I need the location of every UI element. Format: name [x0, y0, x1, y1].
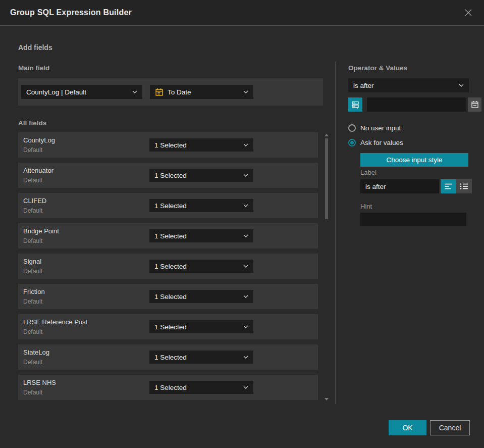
label-input[interactable] — [360, 179, 439, 193]
calendar-icon — [471, 101, 479, 109]
field-sublabel: Default — [23, 237, 42, 244]
scrollbar-thumb[interactable] — [325, 138, 328, 219]
field-row: LRSE Reference PostDefault1 Selected — [18, 314, 318, 339]
hint-field-label: Hint — [360, 203, 372, 210]
field-selected-value: 1 Selected — [154, 202, 243, 210]
date-picker-button[interactable] — [468, 97, 481, 112]
field-sublabel: Default — [23, 207, 42, 214]
dialog-title: Group SQL Expression Builder — [10, 8, 132, 17]
chevron-down-icon — [243, 143, 248, 146]
stacked-values-icon — [351, 101, 359, 109]
field-sublabel: Default — [23, 359, 42, 366]
chevron-down-icon — [243, 325, 248, 328]
field-name: LRSE NHS — [23, 379, 56, 386]
label-entry-row — [360, 179, 472, 193]
radio-no-user-input[interactable]: No user input — [348, 124, 401, 132]
operator-values-heading: Operator & Values — [348, 64, 407, 72]
field-name: Attenuator — [23, 167, 53, 174]
field-selected-dropdown[interactable]: 1 Selected — [149, 351, 253, 364]
field-name: StateLog — [23, 349, 49, 356]
chevron-down-icon — [243, 174, 248, 177]
field-name: Bridge Point — [23, 227, 59, 235]
field-name: CLIFED — [23, 197, 46, 205]
field-selected-value: 1 Selected — [154, 263, 243, 270]
field-sublabel: Default — [23, 328, 42, 335]
bulleted-list-icon — [460, 183, 468, 190]
align-left-icon — [444, 183, 453, 190]
chevron-down-icon — [243, 356, 248, 359]
field-sublabel: Default — [23, 268, 42, 275]
ok-button[interactable]: OK — [389, 420, 426, 435]
main-field-date-value: To Date — [168, 88, 239, 96]
hint-input[interactable] — [360, 213, 466, 226]
chevron-down-icon — [459, 84, 464, 87]
field-row: FrictionDefault1 Selected — [18, 284, 318, 309]
chevron-down-icon — [243, 295, 248, 298]
field-row: AttenuatorDefault1 Selected — [18, 163, 318, 188]
cancel-button[interactable]: Cancel — [430, 420, 470, 435]
scroll-down-icon[interactable] — [325, 398, 329, 401]
field-selected-value: 1 Selected — [154, 141, 243, 149]
unique-values-button[interactable] — [348, 97, 362, 112]
field-row: SignalDefault1 Selected — [18, 254, 318, 279]
field-sublabel: Default — [23, 298, 42, 305]
label-field-label: Label — [360, 169, 377, 176]
field-selected-dropdown[interactable]: 1 Selected — [149, 169, 253, 182]
calendar-icon — [155, 88, 164, 96]
chevron-down-icon — [243, 234, 248, 237]
field-selected-value: 1 Selected — [154, 232, 243, 240]
main-field-panel: CountyLog | Default To Date — [18, 78, 323, 106]
date-value-input[interactable] — [367, 97, 466, 112]
panel-divider — [335, 62, 336, 404]
main-field-select[interactable]: CountyLog | Default — [21, 85, 142, 99]
field-selected-value: 1 Selected — [154, 384, 243, 391]
field-selected-value: 1 Selected — [154, 293, 243, 301]
field-selected-value: 1 Selected — [154, 323, 243, 331]
operator-select-value: is after — [353, 82, 459, 89]
field-selected-dropdown[interactable]: 1 Selected — [149, 199, 253, 212]
chevron-down-icon — [243, 204, 248, 207]
all-fields-label: All fields — [18, 119, 46, 127]
field-sublabel: Default — [23, 177, 42, 184]
radio-unselected-icon — [348, 124, 356, 132]
field-selected-dropdown[interactable]: 1 Selected — [149, 381, 253, 394]
field-sublabel: Default — [23, 389, 42, 396]
field-selected-value: 1 Selected — [154, 354, 243, 361]
value-entry-row — [348, 97, 469, 112]
field-row: CountyLogDefault1 Selected — [18, 132, 318, 158]
radio-selected-icon — [348, 139, 356, 146]
field-selected-dropdown[interactable]: 1 Selected — [149, 260, 253, 273]
chevron-down-icon — [243, 90, 248, 93]
all-fields-list: CountyLogDefault1 SelectedAttenuatorDefa… — [18, 132, 318, 405]
field-selected-value: 1 Selected — [154, 172, 243, 179]
field-row: StateLogDefault1 Selected — [18, 344, 318, 370]
field-name: Friction — [23, 288, 45, 295]
field-name: CountyLog — [23, 136, 55, 144]
field-row: LRSE NHSDefault1 Selected — [18, 375, 318, 400]
chevron-down-icon — [132, 90, 137, 93]
field-selected-dropdown[interactable]: 1 Selected — [149, 320, 253, 333]
radio-ask-for-values[interactable]: Ask for values — [348, 139, 403, 146]
field-selected-dropdown[interactable]: 1 Selected — [149, 138, 253, 152]
radio-ask-for-values-label: Ask for values — [360, 139, 403, 146]
list-style-button[interactable] — [456, 179, 472, 193]
field-sublabel: Default — [23, 146, 42, 154]
scroll-up-icon[interactable] — [325, 134, 329, 136]
choose-input-style-button[interactable]: Choose input style — [360, 153, 468, 167]
main-field-select-value: CountyLog | Default — [26, 88, 132, 96]
operator-select[interactable]: is after — [348, 78, 469, 92]
field-selected-dropdown[interactable]: 1 Selected — [149, 290, 253, 303]
chevron-down-icon — [243, 265, 248, 268]
field-row: CLIFEDDefault1 Selected — [18, 193, 318, 218]
field-name: Signal — [23, 258, 41, 265]
main-field-date-select[interactable]: To Date — [150, 85, 253, 99]
chevron-down-icon — [243, 386, 248, 389]
dialog-titlebar: Group SQL Expression Builder — [0, 0, 484, 26]
add-fields-heading: Add fields — [18, 43, 52, 52]
field-row: Bridge PointDefault1 Selected — [18, 223, 318, 248]
close-icon[interactable] — [463, 7, 474, 18]
main-field-label: Main field — [18, 64, 49, 72]
text-style-button[interactable] — [441, 179, 456, 193]
fields-scrollbar[interactable] — [325, 132, 329, 402]
field-selected-dropdown[interactable]: 1 Selected — [149, 229, 253, 242]
